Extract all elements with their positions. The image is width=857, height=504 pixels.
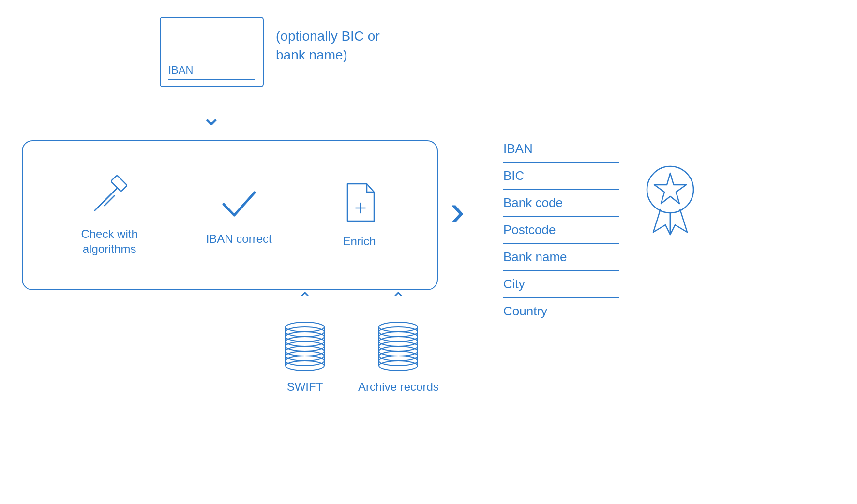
optional-text: (optionally BIC orbank name) bbox=[276, 27, 380, 64]
output-bic: BIC bbox=[503, 163, 619, 190]
svg-line-4 bbox=[105, 196, 114, 206]
svg-rect-2 bbox=[111, 175, 127, 192]
swift-stack: ⌃ SWIFT bbox=[281, 290, 329, 394]
svg-marker-8 bbox=[654, 173, 686, 204]
iban-underline bbox=[168, 79, 255, 80]
svg-line-1 bbox=[95, 206, 100, 210]
step-iban-correct: IBAN correct bbox=[206, 184, 272, 246]
output-iban: IBAN bbox=[503, 135, 619, 163]
hammer-icon bbox=[88, 174, 131, 218]
step-check: Check withalgorithms bbox=[81, 174, 137, 256]
output-city: City bbox=[503, 271, 619, 298]
iban-input-box: IBAN bbox=[160, 17, 264, 87]
document-plus-icon bbox=[340, 181, 379, 225]
step-enrich-label: Enrich bbox=[343, 234, 376, 249]
chevron-down-icon: ⌄ bbox=[201, 104, 222, 129]
iban-label: IBAN bbox=[168, 64, 255, 76]
archive-label: Archive records bbox=[358, 380, 439, 394]
output-list: IBAN BIC Bank code Postcode Bank name Ci… bbox=[503, 135, 619, 325]
award-icon bbox=[639, 160, 702, 237]
output-bank-name: Bank name bbox=[503, 244, 619, 271]
swift-db-icon bbox=[281, 312, 329, 371]
canvas: IBAN (optionally BIC orbank name) ⌄ bbox=[0, 0, 857, 504]
arrow-right-icon: › bbox=[450, 189, 465, 232]
database-section: ⌃ SWIFT bbox=[281, 290, 439, 394]
step-check-label: Check withalgorithms bbox=[81, 226, 137, 256]
step-iban-correct-label: IBAN correct bbox=[206, 231, 272, 246]
svg-line-3 bbox=[102, 193, 112, 203]
swift-label: SWIFT bbox=[287, 380, 323, 394]
output-bank-code: Bank code bbox=[503, 190, 619, 217]
optional-text-content: (optionally BIC orbank name) bbox=[276, 29, 380, 62]
process-box: Check withalgorithms IBAN correct Enrich bbox=[22, 140, 438, 290]
archive-db-icon bbox=[374, 312, 422, 371]
chevron-up-swift-icon: ⌃ bbox=[298, 290, 312, 308]
step-enrich: Enrich bbox=[340, 181, 379, 249]
checkmark-icon bbox=[220, 184, 258, 222]
output-postcode: Postcode bbox=[503, 217, 619, 244]
chevron-up-archive-icon: ⌃ bbox=[391, 290, 406, 308]
output-country: Country bbox=[503, 298, 619, 325]
archive-stack: ⌃ Archive records bbox=[358, 290, 439, 394]
